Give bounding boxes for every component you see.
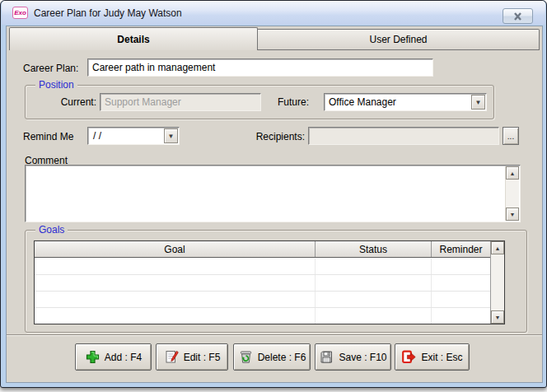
exit-button-label: Exit : Esc [421,352,462,363]
comment-textarea[interactable]: ▲ ▼ [25,165,521,222]
reminder-cell [432,275,490,291]
goals-scroll-down-button[interactable]: ▼ [491,310,504,324]
details-tab-content: Career Plan: Position Current: Future: O… [7,50,542,382]
career-plan-label: Career Plan: [23,63,78,74]
add-icon [85,349,101,365]
current-position-label: Current: [32,96,96,108]
status-cell [316,275,432,291]
add-button-label: Add : F4 [105,352,142,363]
edit-button-label: Edit : F5 [184,352,221,363]
tab-strip: Details User Defined [9,27,540,50]
comment-scroll-up-button[interactable]: ▲ [506,166,519,180]
close-button[interactable] [503,8,533,24]
comment-scroll-down-button[interactable]: ▼ [506,208,519,221]
goals-groupbox: Goals Goal Status Reminder [25,230,527,333]
scroll-up-icon: ▲ [495,245,501,251]
career-plan-input[interactable] [87,58,433,77]
table-row[interactable] [35,275,490,292]
recipients-input [308,127,499,145]
goal-column-header[interactable]: Goal [35,241,316,257]
tab-details-label: Details [117,34,149,45]
edit-icon [164,349,180,365]
goals-scroll-up-button[interactable]: ▲ [491,241,504,254]
goal-cell [35,259,316,274]
goals-table-body [35,259,490,324]
goal-cell [35,275,316,291]
goals-table-scrollbar[interactable]: ▲ ▼ [490,241,504,324]
scroll-up-icon: ▲ [510,170,516,176]
current-position-input [100,93,261,111]
future-position-label: Future: [278,96,309,108]
goals-group-label: Goals [35,224,68,236]
add-button[interactable]: Add : F4 [75,343,152,371]
reminder-column-header[interactable]: Reminder [432,241,490,257]
chevron-down-icon: ▼ [475,99,482,106]
tab-details[interactable]: Details [9,27,258,50]
app-logo-icon: Exo [12,7,28,19]
status-cell [316,292,432,307]
position-group-label: Position [35,79,77,91]
delete-icon [238,349,254,365]
reminder-cell [432,308,490,324]
dialog-client-area: Details User Defined Career Plan: Positi… [6,26,543,383]
goals-table[interactable]: Goal Status Reminder [34,240,505,324]
status-column-header[interactable]: Status [316,241,432,257]
save-icon [319,349,334,365]
status-cell [316,259,432,274]
save-button-label: Save : F10 [339,352,386,363]
remind-me-dropdown-button[interactable]: ▼ [164,128,178,143]
dialog-window: Exo Career Plan for Judy May Watson Deta… [0,0,547,388]
position-groupbox: Position Current: Future: Office Manager… [25,85,494,119]
tab-user-defined-label: User Defined [369,34,427,45]
close-icon [513,12,522,21]
table-row[interactable] [35,259,490,275]
remind-me-date-combobox[interactable]: / / ▼ [87,127,180,145]
tab-user-defined[interactable]: User Defined [258,29,540,50]
goal-cell [35,308,316,324]
titlebar: Exo Career Plan for Judy May Watson [2,1,545,25]
delete-button-label: Delete : F6 [258,352,306,363]
exit-icon [401,349,417,365]
future-position-combobox[interactable]: Office Manager ▼ [324,93,487,111]
status-cell [316,308,432,324]
recipients-label: Recipients: [237,131,305,142]
remind-me-value: / / [93,130,101,142]
goals-table-header: Goal Status Reminder [35,241,490,258]
reminder-cell [432,259,490,274]
table-row[interactable] [35,308,490,324]
button-bar: Add : F4 Edit : F5 [7,334,542,382]
remind-me-label: Remind Me [23,131,73,142]
future-position-value: Office Manager [329,96,396,108]
save-button[interactable]: Save : F10 [315,343,391,371]
goal-cell [35,292,316,307]
recipients-browse-button[interactable]: ... [503,127,519,145]
future-combo-dropdown-button[interactable]: ▼ [471,95,485,110]
window-title: Career Plan for Judy May Watson [34,7,182,19]
chevron-down-icon: ▼ [168,133,175,140]
table-row[interactable] [35,292,490,308]
exit-button[interactable]: Exit : Esc [395,343,470,371]
comment-scrollbar[interactable]: ▲ ▼ [505,166,519,221]
scroll-down-icon: ▼ [510,212,516,217]
edit-button[interactable]: Edit : F5 [156,343,228,371]
scroll-down-icon: ▼ [495,315,501,320]
reminder-cell [432,292,490,307]
delete-button[interactable]: Delete : F6 [233,343,311,371]
